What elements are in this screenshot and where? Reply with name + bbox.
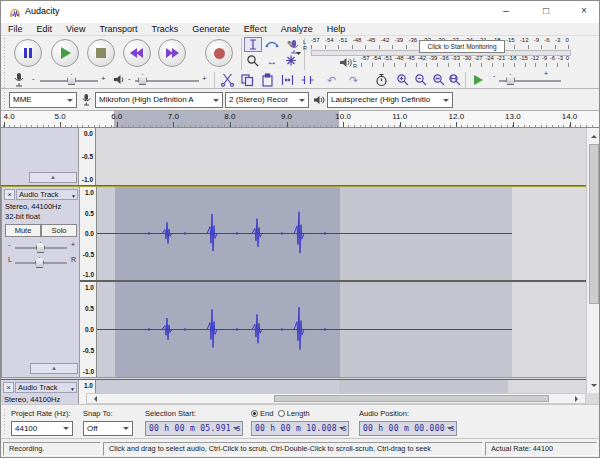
play-at-speed-button[interactable] (469, 73, 487, 87)
play-speed-thumb[interactable] (506, 74, 515, 85)
track-main-collapse-button[interactable]: ▲ (30, 363, 78, 374)
playback-meter-speaker-icon (339, 57, 352, 68)
maximize-button[interactable]: □ (529, 1, 563, 23)
end-radio[interactable] (251, 410, 258, 417)
skip-to-start-button[interactable] (123, 39, 151, 67)
record-volume-thumb[interactable] (67, 74, 76, 85)
length-radio-label[interactable]: Length (287, 409, 310, 418)
undo-button[interactable]: ↶ (323, 72, 340, 88)
track-top-vertical-ruler[interactable]: 0.0-0.5-1.0 (79, 128, 96, 185)
skip-to-end-button[interactable] (158, 39, 186, 67)
track-bottom-waveform[interactable] (96, 380, 586, 394)
channel1-vertical-ruler[interactable]: 1.00.50.0-0.5-1.0 (80, 187, 97, 280)
record-button[interactable] (205, 39, 233, 67)
audio-position-field[interactable]: 00 h 00 m 00.000 s (359, 421, 457, 436)
ruler-label: 1.0 (84, 382, 93, 389)
fit-selection-button[interactable] (431, 72, 448, 88)
timeline-ruler[interactable]: 4.05.06.07.08.09.010.011.012.013.014.0 (1, 111, 599, 128)
vertical-scrollbar[interactable] (586, 128, 600, 393)
envelope-tool-button[interactable] (263, 37, 281, 52)
sync-lock-button[interactable] (373, 72, 390, 88)
end-radio-label[interactable]: End (260, 409, 273, 418)
db-label: -54 (372, 55, 381, 61)
minimize-button[interactable]: – (489, 1, 523, 23)
menu-item-view[interactable]: View (59, 24, 92, 34)
scroll-up-icon[interactable] (591, 132, 597, 138)
gain-slider-thumb[interactable] (36, 242, 45, 253)
zoom-in-button[interactable] (395, 72, 412, 88)
channel1-waveform[interactable] (97, 187, 587, 280)
time-shift-tool-button[interactable]: ↔ (263, 53, 281, 68)
track-close-button[interactable]: × (4, 189, 15, 200)
selection-start-field[interactable]: 00 h 00 m 05.991 s (145, 421, 243, 436)
menu-item-file[interactable]: File (1, 24, 30, 34)
redo-button[interactable]: ↷ (345, 72, 362, 88)
monitor-tooltip[interactable]: Click to Start Monitoring (419, 40, 505, 53)
cut-button[interactable] (219, 72, 236, 88)
menu-item-transport[interactable]: Transport (92, 24, 144, 34)
scroll-right-icon[interactable] (575, 396, 581, 402)
mixer-grabber[interactable] (3, 72, 7, 88)
play-button[interactable] (51, 39, 79, 67)
scroll-down-icon[interactable] (591, 384, 597, 390)
snap-to-select[interactable]: Off (83, 421, 133, 436)
selection-end-field[interactable]: 00 h 00 m 10.008 s (251, 421, 349, 436)
close-button[interactable]: × (567, 1, 600, 23)
stop-button[interactable] (87, 39, 115, 67)
multi-tool-button[interactable] (282, 53, 300, 68)
pause-button[interactable] (14, 39, 42, 67)
track-title-menu[interactable]: Audio Track ▼ (15, 382, 77, 393)
length-radio[interactable] (278, 410, 285, 417)
horizontal-scrollbar[interactable] (86, 393, 586, 404)
chevron-down-icon (123, 427, 129, 433)
channel2-waveform[interactable] (97, 282, 587, 377)
track-close-button[interactable]: × (3, 382, 14, 393)
scroll-left-icon[interactable] (91, 396, 97, 402)
track-title-menu[interactable]: Audio Track ▼ (16, 189, 78, 200)
selbar-grabber[interactable] (3, 409, 7, 435)
track-name: Audio Track (18, 383, 58, 392)
timeline-label: 13.0 (505, 112, 521, 121)
recording-device-select[interactable]: Mikrofon (High Definition A (95, 92, 223, 108)
device-grabber[interactable] (3, 92, 7, 108)
db-label: -6 (550, 55, 555, 61)
zoom-out-button[interactable] (413, 72, 430, 88)
selection-tool-button[interactable] (244, 37, 262, 52)
menu-item-tracks[interactable]: Tracks (145, 24, 186, 34)
vertical-scroll-thumb[interactable] (589, 144, 599, 304)
solo-button[interactable]: Solo (41, 224, 77, 237)
menu-item-analyze[interactable]: Analyze (274, 24, 320, 34)
track-top-waveform[interactable] (96, 128, 586, 185)
track-top-collapse-button[interactable]: ▲ (29, 172, 77, 183)
playback-volume-minus: - (128, 74, 131, 83)
menu-item-effect[interactable]: Effect (237, 24, 274, 34)
horizontal-scroll-thumb[interactable] (274, 395, 549, 402)
timeline-tick (456, 122, 457, 127)
silence-audio-button[interactable] (299, 72, 316, 88)
pan-slider-thumb[interactable] (35, 257, 44, 268)
ruler-label: 0.5 (85, 305, 94, 312)
fit-selection-icon (432, 73, 447, 87)
project-rate-label: Project Rate (Hz): (11, 409, 71, 418)
playback-device-select[interactable]: Lautsprecher (High Definitio (327, 92, 453, 108)
menu-item-edit[interactable]: Edit (30, 24, 60, 34)
transport-grabber[interactable] (3, 38, 7, 70)
project-rate-select[interactable]: 44100 (11, 421, 73, 436)
audio-host-select[interactable]: MME (9, 92, 77, 108)
copy-button[interactable] (239, 72, 256, 88)
speed-slider-minus: - (493, 72, 495, 79)
menu-item-help[interactable]: Help (320, 24, 353, 34)
paste-button[interactable] (259, 72, 276, 88)
fit-project-button[interactable] (447, 72, 464, 88)
menu-item-generate[interactable]: Generate (185, 24, 237, 34)
db-label: -45 (406, 55, 415, 61)
recording-channels-select[interactable]: 2 (Stereo) Recor (225, 92, 309, 108)
db-label: -9 (534, 37, 539, 43)
channel2-vertical-ruler[interactable]: 1.00.50.0-0.5-1.0 (80, 282, 97, 377)
trim-audio-button[interactable] (279, 72, 296, 88)
playback-volume-thumb[interactable] (138, 74, 147, 85)
mute-button[interactable]: Mute (5, 224, 41, 237)
status-bar: Recording. Click and drag to select audi… (1, 438, 599, 458)
zoom-tool-button[interactable] (244, 53, 262, 68)
device-speaker-icon (313, 95, 325, 105)
